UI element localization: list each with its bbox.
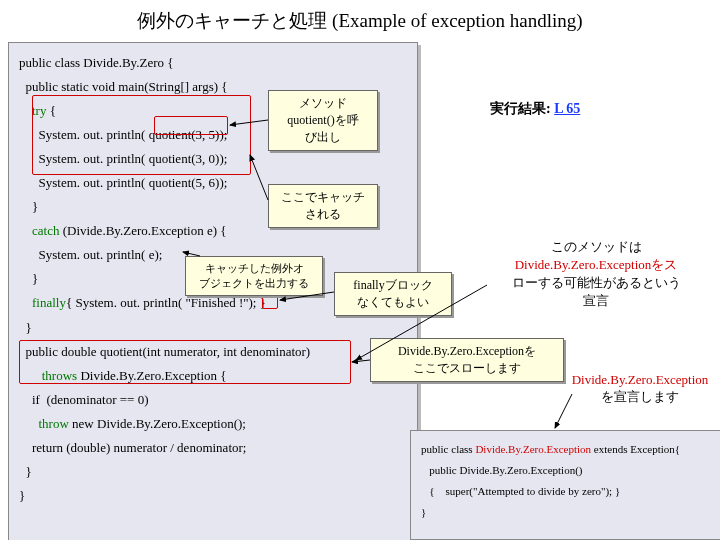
page-title: 例外のキャーチと処理 (Example of exception handlin… [0,0,720,38]
callout-text: び出し [305,130,341,144]
keyword-throw: throw [19,416,69,431]
callout-text: Divide.By.Zero.Exceptionを [398,344,536,358]
exception-class-name: Divide.By.Zero.Exception [475,443,591,455]
keyword-throws: throws [19,368,77,383]
info-method-declares: このメソッドは Divide.By.Zero.Exceptionをス ローする可… [484,238,708,310]
callout-throw-here: Divide.By.Zero.Exceptionを ここでスローします [370,338,564,382]
code-line: public Divide.By.Zero.Exception() [421,464,583,476]
keyword-try: try [19,103,46,118]
callout-method-call: メソッド quotient()を呼 び出し [268,90,378,151]
callout-text: キャッチした例外オ [205,262,304,274]
code-line: } [421,506,426,518]
code-text: extends Exception{ [591,443,680,455]
code-line: System. out. println( quotient(3, 0)); [19,151,227,166]
info-text: を宣言します [601,389,679,404]
callout-text: ここでキャッチ [281,190,365,204]
code-line: } [19,464,32,479]
result-label: 実行結果: L 65 [490,100,580,118]
code-line: } [19,271,38,286]
code-text: { [46,103,56,118]
code-text: (Divide.By.Zero.Exception e) { [59,223,226,238]
code-line: public static void main(String[] args) { [19,79,228,94]
code-line: } [19,320,32,335]
code-line: System. out. println( e); [19,247,162,262]
result-link[interactable]: L 65 [554,101,580,116]
info-text: ローする可能性があるという [512,275,681,290]
code-text: new Divide.By.Zero.Exception(); [69,416,246,431]
code-line: return (double) numerator / denominator; [19,440,246,455]
code-line: public class Divide.By.Zero { [19,55,174,70]
info-text: このメソッドは [551,239,642,254]
callout-text: ここでスローします [413,361,521,375]
info-declare-exception: Divide.By.Zero.Exception を宣言します [564,372,716,406]
callout-catch-here: ここでキャッチ される [268,184,378,228]
callout-finally-optional: finallyブロック なくてもよい [334,272,452,316]
callout-text: finallyブロック [353,278,432,292]
callout-text: メソッド [299,96,347,110]
info-text: Divide.By.Zero.Exception [572,372,709,387]
code-line: } [19,199,38,214]
code-line: if (denominator == 0) [19,392,148,407]
exception-class-block: public class Divide.By.Zero.Exception ex… [410,430,720,540]
keyword-finally: finally [19,295,66,310]
info-text: Divide.By.Zero.Exceptionをス [515,257,678,272]
code-line: } [19,488,25,503]
result-text: 実行結果: [490,101,554,116]
code-text: public class [421,443,475,455]
code-text: { System. out. println( "Finished !"); } [66,295,266,310]
callout-text: ブジェクトを出力する [199,277,309,289]
code-line: public double quotient(int numerator, in… [19,344,310,359]
code-line: { super("Attempted to divide by zero"); … [421,485,620,497]
code-text: Divide.By.Zero.Exception { [77,368,226,383]
callout-text: なくてもよい [357,295,429,309]
info-text: 宣言 [583,293,609,308]
callout-text: される [305,207,341,221]
callout-text: quotient()を呼 [287,113,358,127]
code-line: System. out. println( quotient(3, 5)); [19,127,227,142]
keyword-catch: catch [19,223,59,238]
callout-print-exception: キャッチした例外オ ブジェクトを出力する [185,256,323,296]
code-line: System. out. println( quotient(5, 6)); [19,175,227,190]
